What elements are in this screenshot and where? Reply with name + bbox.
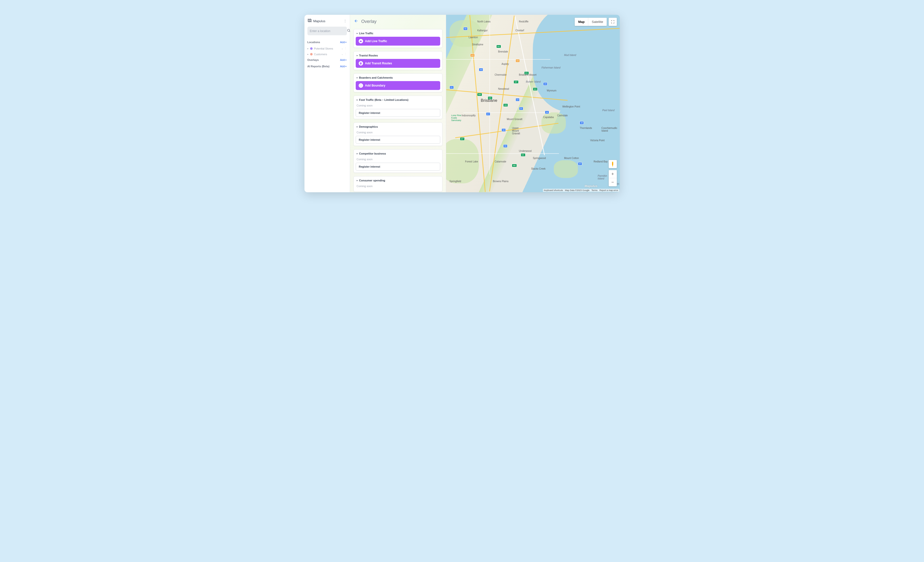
- place-label: Pannikin Island: [598, 174, 608, 180]
- card-transit-routes: Tranist Routes Add Transit Routes: [354, 51, 442, 70]
- route-badge: M6: [512, 164, 517, 167]
- card-header[interactable]: Live Traffic: [356, 31, 440, 35]
- add-boundary-button[interactable]: Add Boundary: [356, 81, 440, 90]
- card-header[interactable]: Tranist Routes: [356, 54, 440, 57]
- card-demographics: Demographics Coming soon Register intere…: [354, 123, 442, 146]
- route-badge: M7: [514, 80, 518, 84]
- location-item-actions[interactable]: ⌄⋮: [341, 53, 347, 56]
- card-header[interactable]: Boarders and Catchments: [356, 76, 440, 80]
- zoom-out-button[interactable]: −: [609, 178, 617, 186]
- coming-soon-label: Coming soon: [356, 157, 440, 163]
- place-label: Calamvale: [495, 160, 506, 163]
- map-type-satellite-button[interactable]: Satellite: [588, 18, 606, 26]
- section-label: AI Reports (Beta): [308, 65, 330, 68]
- search-input[interactable]: [310, 29, 347, 33]
- report-error-link[interactable]: Report a map error: [599, 189, 618, 192]
- svg-point-2: [612, 162, 613, 163]
- place-label: Redland Bay: [594, 160, 608, 163]
- card-competitor: Competitor business Coming soon Register…: [354, 149, 442, 173]
- route-badge: A3: [470, 54, 475, 57]
- place-label: Clontarf: [516, 29, 524, 32]
- app-window: Mapulus ⋮ Locations Add + ▸ Potential St…: [304, 15, 620, 192]
- location-item-actions[interactable]: ⌄⋮: [341, 47, 347, 50]
- card-header[interactable]: Demographics: [356, 125, 440, 129]
- add-transit-routes-button[interactable]: Add Transit Routes: [356, 59, 440, 68]
- zoom-controls: + −: [609, 170, 617, 186]
- coming-soon-label: Coming soon: [356, 103, 440, 109]
- route-badge: M5: [477, 93, 482, 96]
- map-type-map-button[interactable]: Map: [575, 18, 588, 26]
- fullscreen-button[interactable]: [609, 18, 617, 26]
- caret-icon: ▸: [308, 53, 309, 56]
- roads-layer: [446, 15, 620, 192]
- overlay-content: Overlay Live Traffic Add Live Traffic Tr…: [350, 15, 446, 192]
- marker-dot-icon: [310, 53, 313, 56]
- overlay-header: Overlay: [354, 18, 442, 25]
- logo[interactable]: Mapulus: [308, 18, 326, 24]
- place-label: Bulwer Island: [526, 80, 541, 83]
- logo-icon: [308, 18, 312, 24]
- coming-soon-label: Coming soon: [356, 184, 440, 189]
- register-interest-button[interactable]: Register interest: [356, 163, 440, 171]
- card-boundaries: Boarders and Catchments Add Boundary: [354, 74, 442, 92]
- place-label: Chermside: [495, 74, 507, 76]
- overlay-title: Overlay: [362, 19, 376, 24]
- card-header[interactable]: Competitor business: [356, 152, 440, 156]
- place-label: North Lakes: [477, 20, 490, 23]
- place-label: Strathpine: [472, 43, 483, 46]
- card-live-traffic: Live Traffic Add Live Traffic: [354, 29, 442, 48]
- map-type-switcher: Map Satellite: [575, 18, 606, 26]
- place-label: Mount Gravatt: [507, 118, 522, 120]
- card-header[interactable]: Foot Traffic (Beta – Limited Locations): [356, 98, 440, 102]
- place-label: Brendale: [498, 50, 508, 53]
- place-label: Brisbane Airport: [519, 74, 537, 76]
- marker-dot-icon: [310, 47, 313, 50]
- section-ai-reports: AI Reports (Beta) Add +: [308, 65, 347, 68]
- map-watermark: Mapulus: [585, 184, 598, 188]
- route-badge: 58: [464, 27, 468, 30]
- map-canvas[interactable]: 58 M1 A3 40 A3 M7 M1 24 M4 31 M3 M5 23 A…: [446, 15, 620, 192]
- sidebar: Mapulus ⋮ Locations Add + ▸ Potential St…: [304, 15, 350, 192]
- map-attribution: Keyboard shortcuts Map Data ©2023 Google…: [543, 189, 619, 192]
- add-live-traffic-button[interactable]: Add Live Traffic: [356, 37, 440, 46]
- place-label: Underwood: [519, 150, 532, 152]
- logo-row: Mapulus ⋮: [308, 18, 347, 24]
- place-label: Aspley: [501, 63, 509, 65]
- terms-link[interactable]: Terms: [591, 189, 598, 192]
- car-icon: [358, 39, 363, 44]
- route-badge: M1: [521, 153, 525, 156]
- place-label: Redcliffe: [519, 20, 529, 23]
- overlay-panel: Overlay Live Traffic Add Live Traffic Tr…: [350, 15, 446, 192]
- location-item-potential-stores[interactable]: ▸ Potential Stores ⌄⋮: [308, 46, 347, 51]
- card-header[interactable]: Consumer spending: [356, 179, 440, 182]
- location-item-customers[interactable]: ▸ Customers ⌄⋮: [308, 51, 347, 57]
- keyboard-shortcuts-link[interactable]: Keyboard shortcuts: [544, 189, 563, 192]
- add-overlay-link[interactable]: Add +: [340, 59, 346, 62]
- map-data-link[interactable]: Map Data ©2023 Google: [565, 189, 590, 192]
- add-location-link[interactable]: Add +: [340, 41, 346, 44]
- route-badge: 59: [503, 144, 507, 148]
- caret-icon: ▸: [308, 47, 309, 50]
- card-foot-traffic: Foot Traffic (Beta – Limited Locations) …: [354, 96, 442, 119]
- register-interest-button[interactable]: Register interest: [356, 109, 440, 117]
- svg-point-0: [347, 29, 350, 32]
- logo-text: Mapulus: [314, 19, 326, 23]
- register-interest-button[interactable]: Register interest: [356, 136, 440, 144]
- place-label: Wellington Point: [562, 105, 580, 108]
- pegman-button[interactable]: [609, 160, 617, 168]
- city-label: Brisbane: [481, 98, 497, 103]
- route-badge: A3: [516, 59, 520, 62]
- search-box[interactable]: [308, 27, 347, 35]
- place-label: Capalaba: [543, 116, 554, 119]
- section-overlays: Overlays Add +: [308, 59, 347, 62]
- sidebar-menu-icon[interactable]: ⋮: [344, 19, 347, 23]
- add-report-link[interactable]: Add +: [340, 65, 346, 68]
- place-label: Lone Pine Koala Sanctuary: [451, 114, 466, 122]
- place-label: Newstead: [498, 87, 509, 90]
- route-badge: M4: [533, 87, 537, 91]
- zoom-in-button[interactable]: +: [609, 170, 617, 178]
- back-button[interactable]: [354, 18, 359, 25]
- place-label: Browns Plains: [493, 180, 508, 183]
- place-label: Victoria Point: [590, 139, 605, 142]
- section-locations: Locations Add +: [308, 41, 347, 44]
